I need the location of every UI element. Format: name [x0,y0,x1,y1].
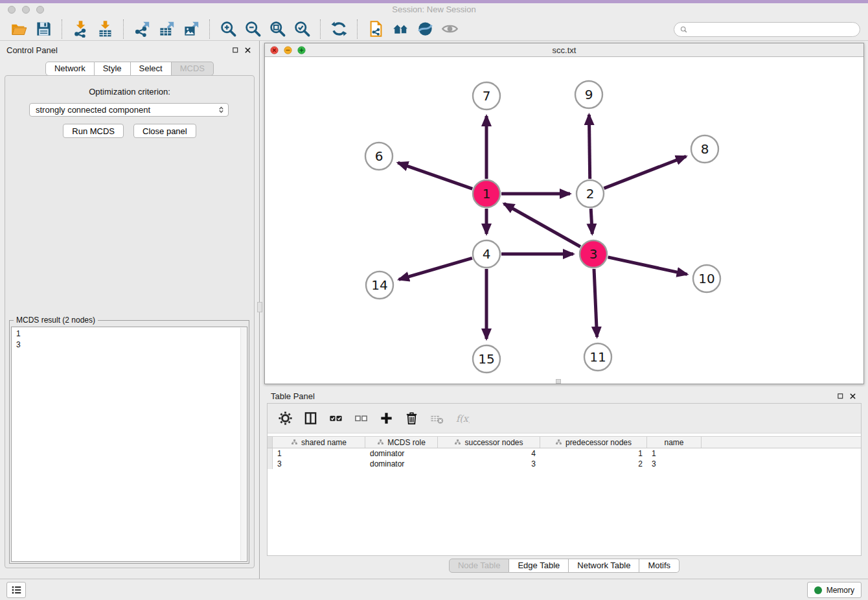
network-resize-grip[interactable] [556,379,561,384]
network-graph[interactable]: 7968124314101511 [265,58,863,384]
edge-3-10[interactable] [608,257,687,275]
mcds-result-title: MCDS result (2 nodes) [14,316,98,325]
memory-button[interactable]: Memory [807,582,862,598]
edge-3-1[interactable] [504,203,580,247]
tree-hierarchy-icon [291,439,298,446]
edge-2-8[interactable] [604,156,686,188]
close-panel-button[interactable]: Close panel [133,124,196,138]
refresh-icon[interactable] [326,19,351,40]
float-table-panel-icon[interactable] [837,393,844,400]
optimization-criterion-label: Optimization criterion: [5,87,254,97]
edge-2-9[interactable] [589,115,589,179]
node-9[interactable]: 9 [575,81,602,108]
task-history-button[interactable] [6,582,26,598]
node-10[interactable]: 10 [693,265,720,292]
gear-icon[interactable] [275,409,295,428]
table-cell[interactable]: 3 [438,459,540,469]
table-row[interactable]: 3dominator323 [268,459,861,469]
mcds-panel: Optimization criterion: strongly connect… [5,75,255,568]
tab-edge-table[interactable]: Edge Table [509,559,569,573]
import-network-icon[interactable] [68,19,93,40]
edge-3-11[interactable] [594,269,597,337]
float-panel-icon[interactable] [232,47,239,54]
table-panel-content: f(x) shared nameMCDS rolesuccessor nodes… [267,403,862,556]
column-header-predecessor-nodes[interactable]: predecessor nodes [540,437,647,448]
plus-icon[interactable] [376,409,396,428]
table-panel-tabs: Node TableEdge TableNetwork TableMotifs [264,559,864,573]
home-icon[interactable] [388,19,413,40]
table-cell[interactable]: 3 [273,459,365,469]
tab-mcds[interactable]: MCDS [172,62,214,76]
trash-icon[interactable] [402,409,421,428]
toolbar-separator [123,19,124,39]
node-4[interactable]: 4 [473,240,500,268]
search-box[interactable] [674,22,860,37]
close-panel-icon[interactable] [244,47,251,54]
mcds-result-lines: 13 [12,327,247,352]
table-cell[interactable]: 4 [438,448,540,459]
tab-node-table[interactable]: Node Table [449,559,510,573]
eye-icon[interactable] [437,19,462,40]
zoom-fit-icon[interactable] [265,19,290,40]
row-gutter [268,437,273,448]
node-8[interactable]: 8 [691,135,718,163]
table-cell[interactable]: 1 [273,448,365,459]
network-doc-icon[interactable] [363,19,388,40]
table-cell[interactable]: 2 [540,459,647,469]
open-folder-icon[interactable] [6,19,31,40]
tab-network-table[interactable]: Network Table [569,559,639,573]
edge-1-6[interactable] [398,163,472,189]
close-table-panel-icon[interactable] [849,393,856,400]
criterion-dropdown[interactable]: strongly connected component [29,103,229,117]
node-14[interactable]: 14 [366,271,393,299]
zoom-selected-icon[interactable] [290,19,314,40]
node-11[interactable]: 11 [584,343,611,371]
tab-select[interactable]: Select [131,62,172,76]
svg-text:11: 11 [589,349,606,365]
zoom-out-icon[interactable] [240,19,265,40]
memory-status-dot [814,586,822,594]
table-row[interactable]: 1dominator411 [268,448,861,459]
table-cell[interactable]: 1 [540,448,647,459]
control-panel-tabs: NetworkStyleSelectMCDS [0,62,259,76]
table-cell[interactable]: dominator [365,459,438,469]
node-3[interactable]: 3 [580,240,607,268]
export-network-icon[interactable] [130,19,154,40]
tab-style[interactable]: Style [95,62,131,76]
edge-2-3[interactable] [591,209,592,234]
import-table-icon[interactable] [93,19,117,40]
network-canvas-container[interactable]: 7968124314101511 [265,58,863,384]
tab-network[interactable]: Network [45,62,95,76]
export-table-icon[interactable] [154,19,179,40]
export-image-icon[interactable] [179,19,203,40]
column-header-name[interactable]: name [647,437,702,448]
uncheck-pair-icon[interactable] [351,409,371,428]
column-header-MCDS-role[interactable]: MCDS role [365,437,438,448]
tab-motifs[interactable]: Motifs [639,559,680,573]
run-mcds-button[interactable]: Run MCDS [63,124,124,138]
check-pair-icon[interactable] [326,409,345,428]
node-7[interactable]: 7 [473,82,500,110]
table-cell[interactable]: 1 [647,448,702,459]
column-header-shared-name[interactable]: shared name [273,437,365,448]
columns-icon[interactable] [301,409,320,428]
zoom-in-icon[interactable] [216,19,240,40]
table-cell[interactable]: 3 [647,459,702,469]
column-header-label: successor nodes [464,438,523,447]
mcds-result-scrollpane[interactable]: 13 [11,327,247,562]
node-2[interactable]: 2 [577,180,604,207]
node-1[interactable]: 1 [473,180,500,207]
mcds-result-scrollbar[interactable] [240,328,246,560]
panel-splitter-handle[interactable] [257,302,262,312]
edge-4-14[interactable] [399,258,472,279]
node-6[interactable]: 6 [365,143,393,170]
fx-icon: f(x) [452,409,472,428]
network-window-titlebar: scc.txt [265,43,863,57]
style-icon[interactable] [413,19,437,40]
table-cell[interactable]: dominator [365,448,438,459]
search-input[interactable] [691,25,854,34]
application-window: Session: New Session Control Panel Netwo… [0,0,868,600]
save-icon[interactable] [31,19,56,40]
column-header-successor-nodes[interactable]: successor nodes [438,437,540,448]
node-15[interactable]: 15 [473,345,500,373]
